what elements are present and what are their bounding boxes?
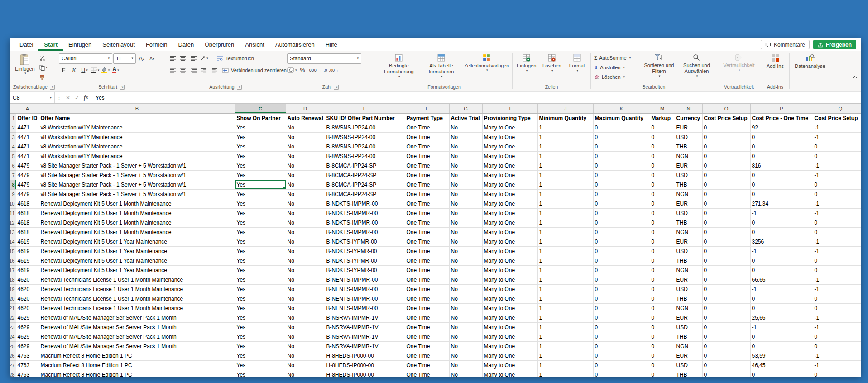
cell-N5[interactable]: NGN [675, 152, 702, 161]
cell-J11[interactable]: 1 [537, 209, 593, 218]
cell-D19[interactable]: No [286, 285, 325, 294]
cell-D15[interactable]: No [286, 247, 325, 256]
cell-F18[interactable]: One Time [405, 275, 449, 285]
wrap-text-button[interactable]: Textumbruch [215, 53, 256, 63]
row-header-20[interactable]: 20 [10, 294, 16, 304]
cell-J14[interactable]: 1 [537, 237, 593, 247]
cell-Q8[interactable]: 0 [813, 180, 861, 190]
cell-M25[interactable]: 0 [650, 342, 675, 351]
format-painter-button[interactable] [38, 72, 49, 81]
cell-B15[interactable]: Renewal Deployment Kit 5 User 1 Year Mai… [39, 247, 235, 256]
cell-M21[interactable]: 0 [650, 304, 675, 313]
cell-E27[interactable]: H-8HEDS-IP000-00 [325, 361, 405, 370]
cell-I27[interactable]: Many to One [482, 361, 537, 370]
cell-P12[interactable]: 0 [750, 218, 813, 228]
cell-M18[interactable]: 0 [650, 275, 675, 285]
cell-D2[interactable]: No [286, 123, 325, 133]
cell-E25[interactable]: B-NSRVA-IMPMR-1V [325, 342, 405, 351]
cell-K14[interactable]: 0 [593, 237, 650, 247]
cell-C28[interactable]: Yes [235, 370, 286, 377]
cell-A4[interactable]: 4471 [16, 142, 39, 152]
collapse-ribbon-icon[interactable] [853, 72, 857, 80]
row-header-27[interactable]: 27 [10, 361, 16, 370]
cell-N20[interactable]: THB [675, 294, 702, 304]
tab-datei[interactable]: Datei [14, 38, 38, 51]
cell-G21[interactable]: No [449, 304, 482, 313]
cell-A3[interactable]: 4471 [16, 133, 39, 142]
cell-F11[interactable]: One Time [405, 209, 449, 218]
cell-J3[interactable]: 1 [537, 133, 593, 142]
cell-C5[interactable]: Yes [235, 152, 286, 161]
cell-E26[interactable]: H-8HEDS-IP000-00 [325, 351, 405, 361]
fill-color-button[interactable]: ▾ [101, 66, 110, 75]
cell-M19[interactable]: 0 [650, 285, 675, 294]
cell-P10[interactable]: 271,34 [750, 199, 813, 209]
column-header-E[interactable]: E [325, 104, 405, 114]
cell-A5[interactable]: 4471 [16, 152, 39, 161]
cell-B26[interactable]: Macrium Reflect 8 Home Edition 1 PC [39, 351, 235, 361]
insert-cells-button[interactable]: Einfügen ▾ [514, 53, 538, 72]
cell-C4[interactable]: Yes [235, 142, 286, 152]
cell-N13[interactable]: NGN [675, 228, 702, 237]
sort-filter-button[interactable]: Sortieren und Filtern ▾ [641, 53, 677, 78]
formula-input[interactable]: Yes [91, 92, 861, 103]
cell-I14[interactable]: Many to One [482, 237, 537, 247]
column-header-B[interactable]: B [39, 104, 235, 114]
cell-G19[interactable]: No [449, 285, 482, 294]
row-header-16[interactable]: 16 [10, 256, 16, 266]
cell-I13[interactable]: Many to One [482, 228, 537, 237]
cell-B23[interactable]: Renewal of MAL/Site Manager Ser Server P… [39, 323, 235, 332]
cell-K12[interactable]: 0 [593, 218, 650, 228]
cell-K3[interactable]: 0 [593, 133, 650, 142]
cell-J20[interactable]: 1 [537, 294, 593, 304]
cell-K8[interactable]: 0 [593, 180, 650, 190]
cell-O28[interactable]: 0 [702, 370, 750, 377]
cell-Q6[interactable]: -1 [813, 161, 861, 171]
cell-G2[interactable]: No [449, 123, 482, 133]
cell-A12[interactable]: 4618 [16, 218, 39, 228]
cell-P17[interactable]: 0 [750, 266, 813, 275]
cell-I2[interactable]: Many to One [482, 123, 537, 133]
cell-A23[interactable]: 4629 [16, 323, 39, 332]
underline-button[interactable]: U▾ [80, 66, 89, 75]
cell-Q26[interactable]: -1 [813, 351, 861, 361]
cell-G16[interactable]: No [449, 256, 482, 266]
cell-O20[interactable]: 0 [702, 294, 750, 304]
cell-M27[interactable]: 0 [650, 361, 675, 370]
tab-start[interactable]: Start [38, 38, 63, 51]
cell-F4[interactable]: One Time [405, 142, 449, 152]
cell-E1[interactable]: SKU ID/ Offer Part Number [325, 114, 405, 123]
cell-C2[interactable]: Yes [235, 123, 286, 133]
cell-B19[interactable]: Renewal Technicians License 1 User 1 Mon… [39, 285, 235, 294]
cell-C1[interactable]: Show On Partner [235, 114, 286, 123]
cell-E13[interactable]: B-NDKTS-IMPMR-00 [325, 228, 405, 237]
cell-J4[interactable]: 1 [537, 142, 593, 152]
cell-J1[interactable]: Minimum Quantity [537, 114, 593, 123]
cell-I10[interactable]: Many to One [482, 199, 537, 209]
row-header-2[interactable]: 2 [10, 123, 16, 133]
cell-O27[interactable]: 0 [702, 361, 750, 370]
cell-M17[interactable]: 0 [650, 266, 675, 275]
decrease-indent-button[interactable] [199, 66, 209, 75]
share-button[interactable]: Freigeben [813, 40, 856, 49]
cell-Q13[interactable]: 0 [813, 228, 861, 237]
cell-E17[interactable]: B-NDKTS-IYPMR-00 [325, 266, 405, 275]
cell-N10[interactable]: EUR [675, 199, 702, 209]
cell-B22[interactable]: Renewal of MAL/Site Manager Ser Server P… [39, 313, 235, 323]
cell-E9[interactable]: B-8CMCA-IPP24-SP [325, 190, 405, 199]
cell-I23[interactable]: Many to One [482, 323, 537, 332]
cell-N26[interactable]: EUR [675, 351, 702, 361]
cell-Q28[interactable]: 0 [813, 370, 861, 377]
cell-O17[interactable]: 0 [702, 266, 750, 275]
cell-O21[interactable]: 0 [702, 304, 750, 313]
row-header-24[interactable]: 24 [10, 332, 16, 342]
cell-O16[interactable]: 0 [702, 256, 750, 266]
column-header-P[interactable]: P [750, 104, 813, 114]
column-header-F[interactable]: F [405, 104, 449, 114]
cell-N15[interactable]: USD [675, 247, 702, 256]
cell-I26[interactable]: Many to One [482, 351, 537, 361]
cell-O12[interactable]: 0 [702, 218, 750, 228]
cell-F25[interactable]: One Time [405, 342, 449, 351]
cell-Q11[interactable]: -1 [813, 209, 861, 218]
cell-I17[interactable]: Many to One [482, 266, 537, 275]
